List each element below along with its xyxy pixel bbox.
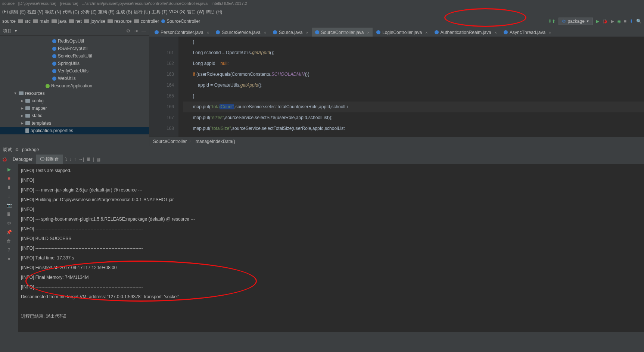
collapse-icon[interactable]: ⇥ bbox=[134, 28, 138, 34]
camera-icon[interactable]: 📷 bbox=[6, 202, 12, 208]
crumb[interactable]: SourceController bbox=[161, 19, 200, 24]
pin-icon[interactable]: 📌 bbox=[6, 229, 12, 235]
editor-tab[interactable]: SourceController.java× bbox=[312, 28, 373, 37]
tree-twistie-icon[interactable]: ▶ bbox=[20, 106, 24, 110]
evaluate-icon[interactable]: 🖩 bbox=[86, 157, 91, 162]
search-icon[interactable]: 🔍 bbox=[636, 19, 642, 24]
editor-tab[interactable]: SourceService.java× bbox=[213, 28, 269, 37]
crumb[interactable]: joywise bbox=[84, 19, 105, 24]
project-label: 项目 bbox=[3, 28, 12, 34]
menu-file[interactable]: (F) bbox=[2, 9, 8, 16]
tree-row[interactable]: WebUtils bbox=[0, 75, 149, 82]
down-arrow-icon[interactable]: ↓ bbox=[6, 193, 12, 199]
close-icon[interactable]: ✕ bbox=[6, 256, 12, 262]
gear-icon[interactable]: ⚙ bbox=[126, 28, 130, 34]
crumb[interactable]: src bbox=[18, 19, 31, 24]
tree-row[interactable]: ▼resources bbox=[0, 90, 149, 97]
menu-analyze[interactable]: 分析 (Z) bbox=[81, 9, 97, 16]
tree-row[interactable]: application.properties bbox=[0, 127, 149, 134]
debugger-tab[interactable]: Debugger bbox=[9, 155, 36, 163]
step-out-icon[interactable]: ↑ bbox=[74, 157, 76, 162]
run-to-cursor-icon[interactable]: →| bbox=[78, 157, 84, 162]
tree-row[interactable]: ▶config bbox=[0, 97, 149, 105]
spring-icon bbox=[46, 84, 50, 88]
close-icon[interactable]: × bbox=[207, 30, 209, 35]
tree-row[interactable]: VerifyCodeUtils bbox=[0, 67, 149, 75]
run-icon[interactable]: ▶ bbox=[596, 19, 599, 24]
menu-refactor[interactable]: 重构 (R) bbox=[98, 9, 115, 16]
close-icon[interactable]: × bbox=[367, 30, 370, 35]
tree-row[interactable]: SpringUtils bbox=[0, 60, 149, 67]
crumb-method[interactable]: manageIndexData() bbox=[196, 139, 235, 144]
step-into-icon[interactable]: ↓ bbox=[69, 157, 72, 162]
coverage-icon[interactable]: ▶ bbox=[611, 19, 614, 24]
menu-view[interactable]: 视图 (V) bbox=[27, 9, 43, 16]
stop-icon[interactable]: ■ bbox=[624, 19, 626, 24]
menu-nav[interactable]: 导航 (N) bbox=[45, 9, 61, 16]
trash-icon[interactable]: 🗑 bbox=[6, 238, 12, 244]
tree-row[interactable]: ▶static bbox=[0, 112, 149, 119]
tree-row[interactable]: ▶templates bbox=[0, 119, 149, 127]
editor-tab[interactable]: AuthenticationRealm.java× bbox=[432, 28, 500, 37]
class-icon bbox=[273, 30, 277, 34]
step-over-icon[interactable]: ⤵ bbox=[65, 157, 67, 162]
make-icon[interactable]: ⬇⬆ bbox=[548, 19, 556, 24]
console-output[interactable]: [INFO] Tests are skipped.[INFO][INFO] --… bbox=[18, 164, 644, 332]
code-editor[interactable]: 161162163164165166167168 } Long schoolId… bbox=[149, 37, 644, 137]
tree-row[interactable]: ResourceApplication bbox=[0, 82, 149, 90]
crumb[interactable]: net bbox=[69, 19, 82, 24]
rerun-icon[interactable]: ▶ bbox=[6, 166, 12, 172]
menu-code[interactable]: 代码 (C) bbox=[63, 9, 79, 16]
debug-label[interactable]: 调试 bbox=[3, 147, 12, 153]
close-icon[interactable]: × bbox=[495, 30, 497, 35]
hide-icon[interactable]: — bbox=[141, 28, 146, 34]
crumb-class[interactable]: SourceController bbox=[153, 139, 187, 144]
pause-icon[interactable]: ⏸ bbox=[6, 184, 12, 190]
chevron-down-icon[interactable]: ▼ bbox=[14, 29, 18, 33]
stop-icon[interactable]: ■ bbox=[6, 175, 12, 181]
tree-twistie-icon[interactable]: ▶ bbox=[20, 114, 24, 118]
settings-icon[interactable]: ⚙ bbox=[6, 220, 12, 226]
tree-row[interactable]: RedisOpsUtil bbox=[0, 37, 149, 45]
crumb[interactable]: main bbox=[33, 19, 49, 24]
editor-tab[interactable]: AsyncThread.java× bbox=[501, 28, 554, 37]
console-tab[interactable]: 🖵 控制台 bbox=[36, 155, 63, 164]
bug-icon[interactable]: 🐞 bbox=[2, 157, 7, 162]
crumb[interactable]: controller bbox=[134, 19, 159, 24]
update-icon[interactable]: ⬇ bbox=[629, 19, 633, 24]
c-icon bbox=[52, 39, 56, 43]
editor-tab[interactable]: Source.java× bbox=[270, 28, 311, 37]
menu-run[interactable]: 运行 (U) bbox=[134, 9, 150, 16]
package-label[interactable]: package bbox=[22, 147, 39, 152]
menu-build[interactable]: 生成 (B) bbox=[116, 9, 132, 16]
profile-icon[interactable]: ◉ bbox=[617, 19, 621, 24]
calc-icon[interactable]: 🖩 bbox=[6, 211, 12, 217]
close-icon[interactable]: × bbox=[425, 30, 427, 35]
crumb[interactable]: resource bbox=[108, 19, 132, 24]
menu-window[interactable]: 窗口 (W) bbox=[187, 9, 205, 16]
run-config-dropdown[interactable]: ⚙ package ▼ bbox=[559, 18, 592, 25]
layout-icon[interactable]: ▦ bbox=[96, 157, 100, 162]
tree-twistie-icon[interactable]: ▼ bbox=[13, 91, 17, 95]
menu-tools[interactable]: 工具 (T) bbox=[152, 9, 168, 16]
menu-vcs[interactable]: VCS (S) bbox=[169, 9, 186, 16]
tree-twistie-icon[interactable]: ▶ bbox=[20, 121, 24, 125]
editor-tab[interactable]: LoginController.java× bbox=[373, 28, 431, 37]
close-icon[interactable]: × bbox=[264, 30, 266, 35]
code-content[interactable]: } Long schoolId = OperateUtils.getAppId(… bbox=[178, 37, 644, 137]
editor-tab[interactable]: PersonController.java× bbox=[152, 28, 212, 37]
fold-icon bbox=[19, 91, 24, 95]
project-tree[interactable]: RedisOpsUtilRSAEncrypUtilServiceResultUt… bbox=[0, 36, 149, 136]
help-icon[interactable]: ? bbox=[6, 247, 12, 253]
close-icon[interactable]: × bbox=[549, 30, 551, 35]
menu-help[interactable]: 帮助 (H) bbox=[206, 9, 222, 16]
debug-icon[interactable]: 🐞 bbox=[602, 19, 608, 24]
crumb[interactable]: java bbox=[52, 19, 66, 24]
menu-edit[interactable]: 编辑 (E) bbox=[9, 9, 25, 16]
crumb[interactable]: source bbox=[2, 19, 16, 24]
close-icon[interactable]: × bbox=[306, 30, 308, 35]
tree-row[interactable]: ServiceResultUtil bbox=[0, 52, 149, 60]
tree-twistie-icon[interactable]: ▶ bbox=[20, 99, 24, 103]
tree-row[interactable]: ▶mapper bbox=[0, 105, 149, 112]
tree-row[interactable]: RSAEncrypUtil bbox=[0, 45, 149, 52]
